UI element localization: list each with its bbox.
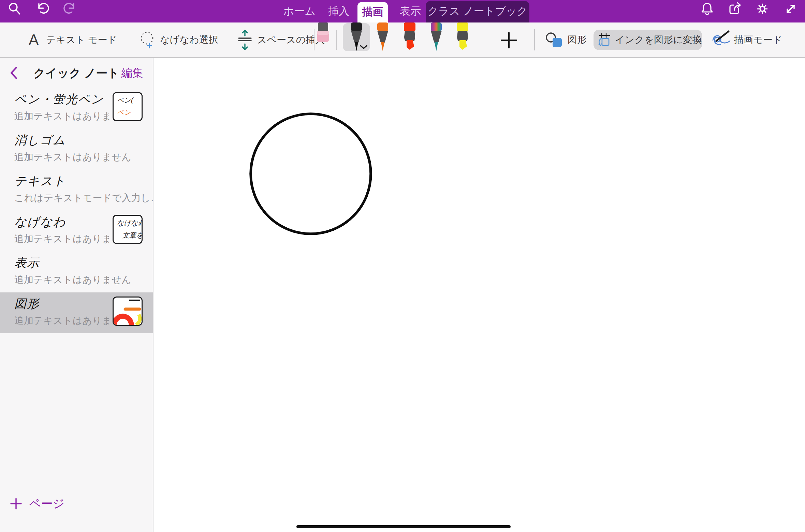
add-page-button[interactable]: ページ [10,496,65,512]
page-title-ink: 消しゴム [14,132,65,148]
shapes-button[interactable]: 図形 [568,22,587,57]
tab-insert[interactable]: 挿入 [322,0,356,22]
notifications-button[interactable] [700,1,715,16]
eraser-tool[interactable] [315,22,331,43]
page-list-item[interactable]: テキスト これはテキストモードで入力し… [0,170,153,211]
toolbar-divider [314,29,314,50]
draw-mode-button[interactable]: 描画モード [734,22,782,57]
page-thumbnail: なげなわ 文章を [113,215,143,244]
page-subtitle: 追加テキストはありま… [14,232,121,245]
gear-icon [755,1,770,16]
draw-mode-icon [712,30,731,47]
sidebar-header: クイック ノート 編集 [0,58,153,88]
insert-space-icon [237,29,252,50]
drawing-canvas[interactable] [153,58,805,532]
page-title-ink: テキスト [14,173,66,189]
ink-to-shape-icon [598,31,611,48]
plus-icon [10,498,22,510]
thumb-ink-line: 文章を [114,228,142,240]
page-list-item-selected[interactable]: 図形 追加テキストはありま… [0,292,153,333]
expand-icon [783,1,798,16]
ink-to-shape-label: インクを図形に変換 [615,33,702,46]
rainbow-pen-tool[interactable] [429,22,444,54]
page-subtitle: これはテキストモードで入力し… [14,192,160,204]
ink-to-shape-button[interactable]: インクを図形に変換 [594,30,702,50]
tab-class-notebook[interactable]: クラス ノートブック [426,1,529,22]
thumb-ink-line: ペン [114,105,142,118]
fullscreen-button[interactable] [783,1,798,16]
page-list-sidebar: クイック ノート 編集 ペン・蛍光ペン 追加テキストはありま… ペン( ペン 消… [0,58,153,532]
toolbar-divider [534,29,535,50]
page-list-item[interactable]: なげなわ 追加テキストはありま… なげなわ 文章を [0,211,153,252]
share-icon [728,1,743,16]
black-pen-tool[interactable] [349,22,364,54]
page-title-ink: 図形 [14,296,40,312]
edit-button[interactable]: 編集 [121,58,143,88]
page-title-ink: なげなわ [14,214,66,230]
lasso-select-button[interactable]: なげなわ選択 [160,33,218,46]
drawn-circle [243,106,379,242]
pen-divider [336,30,337,50]
text-mode-button[interactable]: テキスト モード [46,33,117,46]
page-subtitle: 追加テキストはありません [14,273,131,286]
page-title-ink: ペン・蛍光ペン [14,91,104,107]
page-list-item[interactable]: 表示 追加テキストはありません [0,252,153,292]
tab-view[interactable]: 表示 [393,0,427,22]
tab-home[interactable]: ホーム [282,0,317,22]
undo-icon [35,1,50,16]
shapes-icon [545,32,563,48]
text-mode-icon: A [29,31,39,48]
undo-button[interactable] [35,1,50,16]
redo-button[interactable] [63,1,78,16]
orange-pen-tool[interactable] [375,22,390,54]
red-highlighter-tool[interactable] [402,22,417,55]
shapes-drawing-icon [114,298,142,325]
lasso-icon [139,31,155,49]
search-button[interactable] [7,1,22,16]
add-pen-button[interactable] [501,32,517,48]
yellow-highlighter-tool[interactable] [455,22,470,55]
page-list-item[interactable]: 消しゴム 追加テキストはありません [0,129,153,170]
settings-button[interactable] [755,1,770,16]
toolbar-left-group: A テキスト モード なげなわ選択 スペースの挿入 [29,22,325,57]
page-thumbnail: ペン( ペン [113,92,143,121]
page-subtitle: 追加テキストはありません [14,151,131,164]
bell-icon [700,1,715,16]
thumb-ink-line: ペン( [114,93,142,105]
page-title-ink: 表示 [14,255,40,271]
page-thumbnail-shapes [113,297,143,326]
tab-draw[interactable]: 描画 [357,2,388,22]
share-button[interactable] [728,1,743,16]
add-page-label: ページ [29,496,65,512]
draw-toolbar: A テキスト モード なげなわ選択 スペースの挿入 [0,22,805,58]
page-subtitle: 追加テキストはありま… [14,110,121,123]
page-subtitle: 追加テキストはありま… [14,314,121,327]
thumb-ink-line: なげなわ [114,216,142,228]
redo-icon [63,1,78,16]
page-list-item[interactable]: ペン・蛍光ペン 追加テキストはありま… ペン( ペン [0,88,153,129]
home-indicator[interactable] [296,525,511,528]
top-app-bar: ホーム 挿入 描画 表示 クラス ノートブック [0,0,805,22]
search-icon [7,1,22,16]
